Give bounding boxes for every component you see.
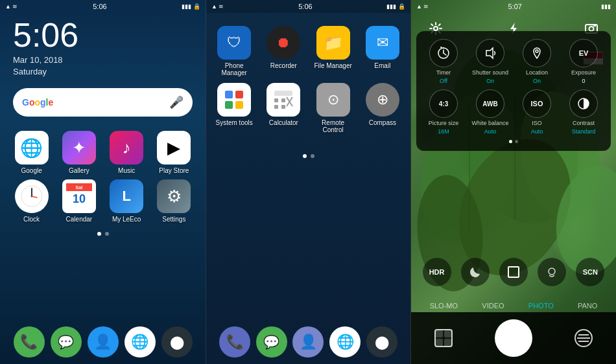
home-screen: ▲ ≋ 5:06 ▮▮▮ 🔒 5:06 Mar 10, 2018 Saturda… — [0, 0, 206, 364]
mic-icon[interactable]: 🎤 — [169, 95, 184, 109]
status-bar-2: ▲ ≋ 5:06 ▮▮▮ 🔒 — [206, 0, 410, 13]
exposure-value: 0 — [582, 78, 585, 84]
signal-icon: ▲ ≋ — [5, 3, 18, 10]
drawer-phone-manager[interactable]: 🛡 Phone Manager — [213, 26, 255, 76]
svg-rect-42 — [508, 267, 519, 277]
svg-rect-10 — [235, 91, 243, 98]
app-music[interactable]: ♪ Music — [106, 131, 148, 174]
dock-camera[interactable]: ⬤ — [161, 326, 193, 358]
svg-rect-9 — [225, 91, 233, 98]
mode-night[interactable] — [461, 258, 490, 286]
app-gallery[interactable]: ✦ Gallery — [58, 131, 100, 174]
drawer-dock-chrome[interactable]: 🌐 — [329, 326, 361, 358]
svg-rect-15 — [274, 98, 278, 102]
picture-size-value: 16M — [438, 128, 449, 135]
status-left-3: ▲ ≋ — [416, 3, 429, 10]
drawer-remote-control[interactable]: ⊙ Remote Control — [312, 83, 355, 133]
drawer-calculator[interactable]: Calculator — [262, 83, 305, 133]
drawer-label-compass: Compass — [369, 119, 396, 126]
white-balance-circle: AWB — [476, 89, 504, 118]
camera-gallery-icon[interactable] — [430, 324, 457, 352]
dot2-1 — [303, 154, 307, 158]
iso-value: Auto — [531, 128, 543, 135]
svg-point-40 — [536, 50, 538, 52]
drawer-grid: 🛡 Phone Manager ⏺ Recorder 📁 File Manage… — [206, 13, 410, 146]
camera-screen: ▲ ≋ 5:07 ▮▮▮ — [410, 0, 616, 364]
calendar-svg: Sat 10 — [66, 183, 92, 209]
setting-timer[interactable]: Timer Off — [421, 39, 466, 84]
svg-rect-16 — [281, 98, 285, 102]
drawer-file-manager[interactable]: 📁 File Manager — [312, 26, 355, 76]
panel-dots — [421, 140, 606, 143]
app-myleeco[interactable]: L My LeEco — [106, 179, 148, 223]
setting-picture-size[interactable]: 4:3 Picture size 16M — [421, 89, 466, 135]
app-label-settings: Settings — [162, 216, 185, 223]
drawer-dock: 📞 💬 👤 🌐 ⬤ — [206, 320, 410, 364]
dock-phone[interactable]: 📞 — [14, 326, 45, 358]
drawer-dock-contacts[interactable]: 👤 — [292, 326, 324, 358]
mode-scene[interactable]: SCN — [576, 258, 604, 286]
app-label-calendar: Calendar — [66, 216, 93, 223]
setting-contrast[interactable]: Contrast Standard — [562, 89, 606, 135]
setting-exposure[interactable]: EV Exposure 0 — [562, 39, 606, 84]
drawer-dock-camera[interactable]: ⬤ — [366, 326, 397, 358]
svg-point-32 — [589, 27, 594, 31]
home-dock: 📞 💬 👤 🌐 ⬤ — [0, 320, 206, 364]
app-calendar[interactable]: Sat 10 Calendar — [58, 179, 100, 223]
mode-label-photo[interactable]: PHOTO — [528, 302, 554, 310]
google-search-bar[interactable]: Google 🎤 — [13, 88, 193, 117]
battery-icon: ▮▮▮ 🔒 — [182, 3, 200, 10]
drawer-label-phone-manager: Phone Manager — [213, 62, 255, 76]
drawer-label-system-tools: System tools — [216, 119, 253, 126]
shutter-button[interactable] — [495, 319, 532, 357]
contrast-label: Contrast — [573, 120, 595, 126]
app-label-google: Google — [21, 167, 42, 174]
mode-square[interactable] — [499, 258, 528, 286]
setting-shutter-sound[interactable]: Shutter sound On — [468, 39, 512, 84]
dot-2 — [105, 232, 109, 236]
status-left: ▲ ≋ — [5, 3, 18, 10]
mode-label-video[interactable]: VIDEO — [482, 302, 504, 310]
svg-rect-12 — [235, 101, 243, 109]
setting-location[interactable]: Location On — [515, 39, 559, 84]
mode-label-slomo[interactable]: SLO-MO — [430, 302, 458, 310]
app-clock[interactable]: Clock — [10, 179, 53, 223]
status-time-2: 5:06 — [298, 3, 312, 10]
shutter-label: Shutter sound — [472, 69, 508, 76]
drawer-system-tools[interactable]: System tools — [213, 83, 255, 133]
mode-label-pano[interactable]: PANO — [578, 302, 597, 310]
mode-beauty[interactable] — [538, 258, 566, 286]
dock-contacts[interactable]: 👤 — [88, 326, 119, 358]
svg-rect-14 — [274, 91, 292, 96]
camera-filter-icon[interactable] — [570, 324, 597, 352]
dock-messages[interactable]: 💬 — [51, 326, 82, 358]
status-bar-3: ▲ ≋ 5:07 ▮▮▮ — [411, 0, 616, 13]
mode-hdr[interactable]: HDR — [423, 258, 451, 286]
drawer-label-recorder: Recorder — [270, 62, 297, 69]
drawer-dock-messages[interactable]: 💬 — [256, 326, 287, 358]
app-settings[interactable]: ⚙ Settings — [153, 179, 195, 223]
home-date: Mar 10, 2018 Saturday — [0, 52, 206, 80]
app-google[interactable]: 🌐 Google — [10, 131, 53, 174]
status-time-1: 5:06 — [93, 3, 106, 10]
svg-rect-20 — [281, 105, 285, 109]
app-playstore[interactable]: ▶ Play Store — [153, 131, 195, 174]
drawer-dock-phone[interactable]: 📞 — [219, 326, 250, 358]
drawer-compass[interactable]: ⊕ Compass — [361, 83, 404, 133]
setting-iso[interactable]: ISO ISO Auto — [515, 89, 559, 135]
drawer-email[interactable]: ✉ Email — [361, 26, 404, 76]
drawer-label-file-manager: File Manager — [314, 62, 351, 69]
status-right: ▮▮▮ 🔒 — [182, 3, 200, 10]
location-circle — [523, 39, 551, 67]
iso-circle: ISO — [523, 89, 551, 118]
dock-chrome[interactable]: 🌐 — [124, 326, 156, 358]
drawer-label-remote-control: Remote Control — [312, 119, 355, 133]
app-label-music: Music — [118, 167, 135, 174]
calculator-svg — [272, 88, 295, 111]
app-label-gallery: Gallery — [69, 167, 89, 174]
drawer-recorder[interactable]: ⏺ Recorder — [262, 26, 305, 76]
svg-rect-11 — [225, 101, 233, 109]
status-right-2: ▮▮▮ 🔒 — [386, 3, 405, 10]
svg-text:Sat: Sat — [75, 185, 83, 190]
setting-white-balance[interactable]: AWB White balance Auto — [468, 89, 512, 135]
